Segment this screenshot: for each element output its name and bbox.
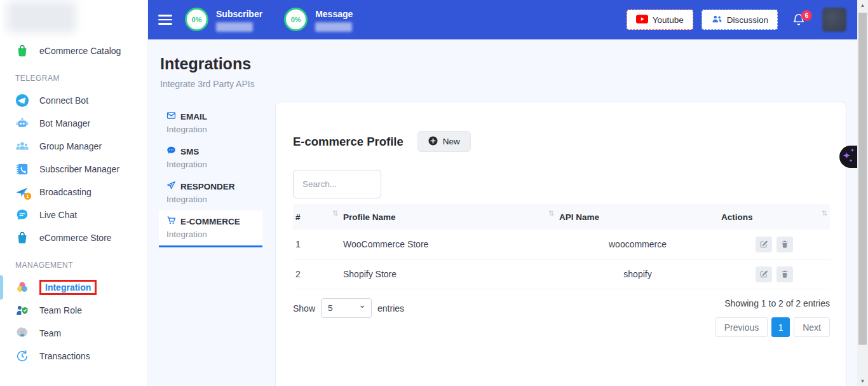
sidebar-item-integration[interactable]: Integration (0, 276, 147, 299)
subnav-sms-integration[interactable]: SMS Integration (159, 141, 262, 176)
subscriber-progress-ring: 0% (185, 8, 208, 31)
current-page-button[interactable]: 1 (771, 317, 790, 337)
subnav-item-title: EMAIL (180, 112, 207, 121)
sort-icon[interactable]: ⇅ (332, 209, 338, 217)
delete-button[interactable] (776, 237, 793, 252)
sort-icon[interactable]: ⇅ (822, 209, 827, 217)
sidebar-item-label: Team Role (39, 305, 82, 315)
subscriber-count-blurred (216, 22, 253, 32)
sidebar: eCommerce Catalog TELEGRAM Connect Bot B… (0, 0, 148, 386)
message-stat: 0% Message (284, 8, 353, 32)
top-header: 0% Subscriber 0% Message Youtube (148, 0, 857, 39)
sidebar-item-label: Broadcasting (39, 187, 92, 197)
new-profile-button[interactable]: New (417, 131, 471, 152)
history-clock-icon (15, 349, 29, 363)
message-stat-label: Message (315, 9, 353, 19)
sidebar-item-ecommerce-store[interactable]: eCommerce Store (0, 226, 147, 249)
discussion-button[interactable]: Discussion (702, 10, 778, 30)
subnav-email-integration[interactable]: EMAIL Integration (159, 106, 262, 141)
next-page-button[interactable]: Next (794, 317, 830, 337)
sidebar-item-label: Bot Manager (39, 118, 90, 128)
subnav-ecommerce-integration[interactable]: E-COMMERCE Integration (159, 210, 262, 247)
scrollbar-thumb[interactable] (858, 13, 867, 345)
profiles-table: # ⇅ Profile Name ⇅ API Name Actions ⇅ (293, 204, 830, 289)
edit-button[interactable] (756, 266, 772, 282)
scroll-up-arrow[interactable]: ▲ (857, 0, 868, 10)
panel-title: E-commerce Profile (293, 135, 403, 149)
table-row: 2 Shopify Store shopify (293, 259, 830, 289)
column-header-api-name[interactable]: API Name (557, 204, 719, 230)
sidebar-item-team-role[interactable]: Team Role (0, 299, 147, 322)
row-number: 1 (293, 230, 341, 259)
youtube-button-label: Youtube (653, 15, 684, 25)
subnav-item-subtitle: Integration (166, 230, 256, 239)
message-progress-ring: 0% (284, 8, 308, 31)
sidebar-item-transactions[interactable]: Transactions (0, 345, 147, 368)
edit-button[interactable] (756, 237, 772, 252)
integration-subnav: EMAIL Integration SMS Integration (159, 106, 262, 247)
plus-circle-icon (428, 136, 438, 148)
hamburger-menu-icon[interactable] (158, 15, 172, 25)
user-avatar-blurred[interactable] (822, 8, 846, 32)
subnav-responder-integration[interactable]: RESPONDER Integration (159, 176, 262, 210)
telegram-icon (15, 93, 29, 107)
sidebar-item-subscriber-manager[interactable]: Subscriber Manager (0, 158, 147, 181)
column-header-profile-name[interactable]: Profile Name ⇅ (341, 204, 557, 230)
users-group-icon (15, 139, 29, 153)
sidebar-item-bot-manager[interactable]: Bot Manager (0, 112, 147, 135)
vertical-scrollbar: ▲ ▼ (857, 0, 868, 386)
new-button-label: New (443, 137, 460, 146)
column-header-num[interactable]: # ⇅ (293, 204, 341, 230)
youtube-button[interactable]: Youtube (627, 10, 693, 30)
ai-assistant-fab[interactable]: ✦ ✦ ✦ (839, 146, 857, 168)
chat-bubble-icon (15, 208, 29, 222)
sidebar-item-broadcasting[interactable]: 1 Broadcasting (0, 181, 147, 203)
table-row: 1 WooCommerce Store woocommerce (293, 230, 830, 259)
shopping-bag-blue-icon (15, 231, 29, 245)
subnav-item-title: E-COMMERCE (180, 217, 240, 226)
app-logo-blurred (6, 1, 76, 33)
row-number: 2 (293, 259, 341, 289)
search-input[interactable] (293, 170, 381, 198)
active-indicator (0, 275, 3, 300)
sidebar-item-group-manager[interactable]: Group Manager (0, 135, 147, 158)
sidebar-item-connect-bot[interactable]: Connect Bot (0, 89, 147, 112)
integration-circles-icon (15, 280, 29, 294)
subnav-item-subtitle: Integration (166, 160, 256, 169)
sidebar-item-label: Live Chat (39, 210, 77, 220)
delete-button[interactable] (776, 266, 793, 282)
column-header-actions[interactable]: Actions ⇅ (719, 204, 830, 230)
profile-name-cell: Shopify Store (341, 259, 557, 289)
page-subtitle: Integrate 3rd Party APIs (160, 79, 255, 89)
sidebar-item-label: Group Manager (39, 141, 102, 151)
app-window: eCommerce Catalog TELEGRAM Connect Bot B… (0, 0, 868, 386)
sidebar-item-label: eCommerce Store (39, 233, 112, 243)
subnav-item-title: RESPONDER (180, 182, 235, 191)
subnav-item-subtitle: Integration (166, 195, 256, 204)
pagination: Previous 1 Next (715, 317, 830, 337)
showing-entries-text: Showing 1 to 2 of 2 entries (724, 298, 830, 308)
entries-per-page-select[interactable]: 5 (321, 298, 372, 318)
contact-book-icon (15, 162, 29, 176)
sidebar-item-team[interactable]: Team (0, 322, 147, 345)
profile-name-cell: WooCommerce Store (341, 230, 557, 259)
show-label: Show (293, 303, 315, 314)
subnav-item-subtitle: Integration (166, 125, 256, 134)
sidebar-item-label: eCommerce Catalog (39, 46, 121, 56)
sidebar-section-telegram: TELEGRAM (0, 72, 147, 84)
api-name-cell: shopify (557, 259, 719, 289)
notifications-button[interactable]: 6 (792, 13, 806, 27)
youtube-icon (636, 15, 648, 25)
api-name-cell: woocommerce (557, 230, 719, 259)
sparkle-icon: ✦ (849, 158, 853, 163)
scroll-down-arrow[interactable]: ▼ (857, 376, 868, 386)
ecommerce-profile-card: E-commerce Profile New # ⇅ (275, 102, 846, 386)
sms-bubble-icon (166, 146, 176, 158)
sidebar-item-ecommerce-catalog[interactable]: eCommerce Catalog (0, 39, 147, 62)
entries-label: entries (377, 303, 404, 314)
previous-page-button[interactable]: Previous (715, 317, 768, 337)
sidebar-item-label: Transactions (39, 351, 90, 361)
discussion-button-label: Discussion (727, 15, 768, 25)
sort-icon[interactable]: ⇅ (548, 209, 554, 217)
sidebar-item-live-chat[interactable]: Live Chat (0, 203, 147, 226)
